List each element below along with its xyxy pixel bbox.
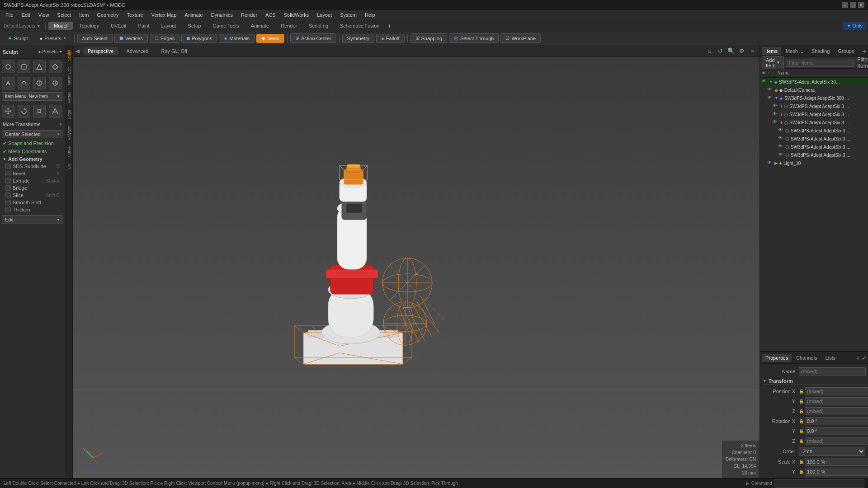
- tab-animate[interactable]: Animate: [245, 22, 274, 30]
- rpanel-tab-items[interactable]: Items: [762, 47, 781, 55]
- tab-model[interactable]: Model: [48, 22, 73, 30]
- item-row-0[interactable]: 👁 ▼ ◈ SW3dPS-Adept AdeptSix 30...: [760, 78, 868, 86]
- workplane-button[interactable]: ⊡ WorkPlane: [500, 33, 541, 43]
- eye-icon-sub1[interactable]: 👁: [767, 95, 774, 101]
- prop-rotation-x-input[interactable]: [805, 417, 868, 425]
- transform-collapse-arrow[interactable]: ▼: [763, 379, 767, 383]
- mini-tab-mesh-edit[interactable]: Mesh Edit: [66, 65, 72, 88]
- auto-select-button[interactable]: Auto Select: [77, 34, 113, 43]
- thicken-item[interactable]: Thicken: [0, 206, 65, 213]
- tab-paint[interactable]: Paint: [132, 22, 155, 30]
- default-layouts-dropdown[interactable]: Default Layouts ▼: [2, 23, 42, 28]
- tool-icon-6[interactable]: [18, 77, 30, 89]
- props-tab-lists[interactable]: Lists: [822, 354, 840, 362]
- mini-tab-uv[interactable]: UV: [66, 161, 72, 172]
- materials-button[interactable]: ◈ Materials: [219, 34, 255, 43]
- add-item-button[interactable]: Add Item ▼: [762, 56, 784, 70]
- bevel-item[interactable]: Bevel B: [0, 170, 65, 177]
- menu-system[interactable]: System: [336, 11, 360, 19]
- item-row-sub1[interactable]: 👁 ▼ ◈ SW3dPS-Adept AdeptSix 300 ...: [765, 94, 868, 102]
- add-tab-button[interactable]: +: [386, 22, 393, 29]
- presets-button[interactable]: ● Presets ✦: [35, 34, 71, 43]
- tool-icon-3[interactable]: [33, 61, 46, 73]
- tab-setup[interactable]: Setup: [183, 22, 207, 30]
- menu-help[interactable]: Help: [361, 11, 379, 19]
- command-input[interactable]: [774, 479, 864, 488]
- prop-position-x-input[interactable]: [805, 387, 868, 395]
- tab-uvedit[interactable]: UVEdit: [105, 22, 132, 30]
- menu-select[interactable]: Select: [53, 11, 75, 19]
- eye-icon-2[interactable]: 👁: [773, 103, 779, 109]
- eye-icon-3[interactable]: 👁: [773, 111, 779, 117]
- tool-icon-2[interactable]: [18, 61, 30, 73]
- prop-order-select[interactable]: ZYX XYZ YZX: [799, 447, 865, 456]
- eye-icon-8[interactable]: 👁: [778, 152, 784, 158]
- item-row-5[interactable]: 👁 ⬡ SW3dPS-Adept AdeptSix 3 ...: [776, 127, 868, 135]
- menu-file[interactable]: File: [2, 11, 17, 19]
- vp-zoom-icon[interactable]: 🔍: [727, 47, 735, 55]
- sculpt-button[interactable]: ✦ Sculpt: [3, 33, 33, 43]
- rpanel-tab-groups[interactable]: Groups: [834, 47, 858, 55]
- item-row-2[interactable]: 👁 + ⬡ SW3dPS-Adept AdeptSix 3 ...: [771, 102, 868, 110]
- tool-icon-7[interactable]: [33, 77, 46, 89]
- mini-tab-vertex[interactable]: Vertex: [66, 89, 72, 106]
- tab-render[interactable]: Render: [275, 22, 302, 30]
- minimize-button[interactable]: ─: [842, 2, 848, 8]
- vp-home-icon[interactable]: ⌂: [705, 47, 713, 55]
- item-row-6[interactable]: 👁 ⬡ SW3dPS-Adept AdeptSix 3 ...: [776, 135, 868, 143]
- menu-animate[interactable]: Animate: [181, 11, 206, 19]
- items-button[interactable]: ◉ Items: [256, 34, 284, 43]
- maximize-button[interactable]: □: [850, 2, 856, 8]
- snaps-precision-button[interactable]: ✔ Snaps and Precision: [0, 139, 65, 147]
- eye-icon-6[interactable]: 👁: [778, 136, 784, 142]
- item-row-3[interactable]: 👁 + ⬡ SW3dPS-Adept AdeptSix 3 ...: [771, 110, 868, 118]
- item-row-8[interactable]: 👁 ⬡ SW3dPS-Adept AdeptSix 3 ...: [776, 151, 868, 159]
- mesh-constraints-button[interactable]: ✔ Mesh Constraints: [0, 147, 65, 155]
- tab-game-tools[interactable]: Game Tools: [207, 22, 245, 30]
- eye-icon-0[interactable]: 👁: [762, 79, 768, 85]
- center-selected-button[interactable]: Center Selected ▼: [2, 130, 63, 138]
- menu-view[interactable]: View: [35, 11, 53, 19]
- slice-item[interactable]: Slice Shift-C: [0, 192, 65, 199]
- move-icon[interactable]: [2, 105, 14, 117]
- menu-edit[interactable]: Edit: [18, 11, 34, 19]
- viewport-nav-left[interactable]: ◀: [75, 48, 80, 54]
- close-button[interactable]: ✕: [858, 2, 864, 8]
- item-row-4[interactable]: 👁 + ⬡ SW3dPS-Adept AdeptSix 3 ...: [771, 118, 868, 127]
- prop-scale-y-input[interactable]: [805, 468, 868, 476]
- eye-icon-light[interactable]: 👁: [767, 160, 774, 166]
- vertices-button[interactable]: ⬟ Vertices: [114, 34, 148, 43]
- mini-tab-polygon[interactable]: Polygon: [66, 123, 72, 143]
- extrude-item[interactable]: Extrude Shift-X: [0, 177, 65, 184]
- eye-icon-4[interactable]: 👁: [773, 119, 779, 126]
- menu-solidworks[interactable]: SolidWorks: [280, 11, 312, 19]
- select-through-button[interactable]: ◎ Select Through: [449, 33, 499, 43]
- vp-tab-perspective[interactable]: Perspective: [83, 47, 118, 55]
- menu-dynamics[interactable]: Dynamics: [208, 11, 236, 19]
- props-tab-properties[interactable]: Properties: [762, 354, 792, 362]
- rotation-x-lock[interactable]: 🔒: [799, 419, 804, 423]
- mini-tab-curve[interactable]: Curve: [66, 144, 72, 160]
- menu-vertex-map[interactable]: Vertex Map: [148, 11, 180, 19]
- edges-button[interactable]: ⬡ Edges: [150, 34, 179, 43]
- menu-texture[interactable]: Texture: [123, 11, 147, 19]
- rpanel-add-button[interactable]: +: [863, 47, 866, 55]
- rotation-y-lock[interactable]: 🔒: [799, 429, 804, 433]
- prop-position-y-input[interactable]: [805, 397, 868, 405]
- viewport-canvas[interactable]: 3 Items Channels: 0 Deformers: ON GL: 14…: [73, 57, 760, 478]
- menu-geometry[interactable]: Geometry: [93, 11, 122, 19]
- vp-settings-icon[interactable]: ⚙: [738, 47, 746, 55]
- sds-subdivide-item[interactable]: SDS Subdivide D: [0, 163, 65, 170]
- smooth-shift-item[interactable]: Smooth Shift: [0, 199, 65, 206]
- vp-more-icon[interactable]: ≡: [749, 47, 757, 55]
- tab-layout[interactable]: Layout: [156, 22, 182, 30]
- eye-icon-camera[interactable]: 👁: [767, 87, 774, 93]
- presets-label[interactable]: ● Presets ✦: [38, 49, 63, 54]
- menu-acs[interactable]: ACS: [262, 11, 279, 19]
- prop-name-input[interactable]: [799, 367, 866, 375]
- item-row-7[interactable]: 👁 ⬡ SW3dPS-Adept AdeptSix 3 ...: [776, 143, 868, 151]
- props-tab-channels[interactable]: Channels: [793, 354, 821, 362]
- item-row-light[interactable]: 👁 ▶ ✦ Light_10: [765, 159, 868, 167]
- more-transforms-label[interactable]: More Transforms ▼: [3, 121, 62, 128]
- menu-render[interactable]: Render: [237, 11, 261, 19]
